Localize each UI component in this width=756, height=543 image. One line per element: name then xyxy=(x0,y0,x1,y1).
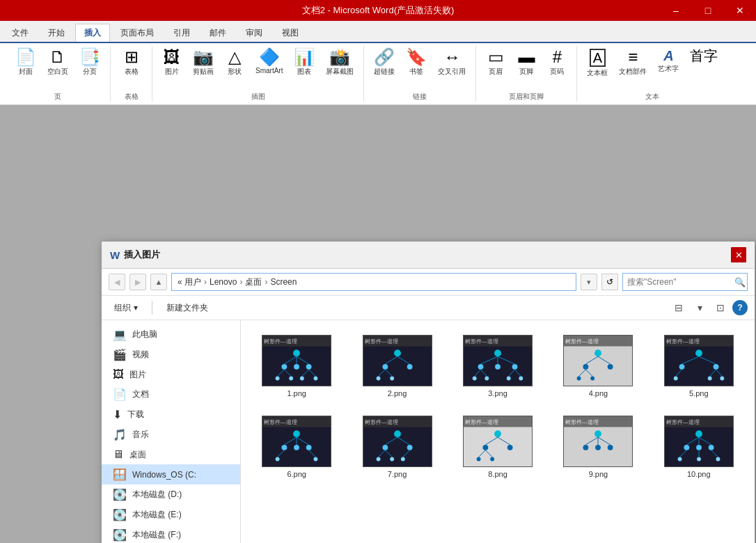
nav-documents-label: 文档 xyxy=(132,388,149,400)
svg-point-133 xyxy=(709,445,714,450)
details-pane-button[interactable]: ⊡ xyxy=(711,299,730,317)
view-extra-button[interactable]: ⊟ xyxy=(670,299,688,317)
nav-desktop-label: 桌面 xyxy=(129,449,146,461)
svg-point-16 xyxy=(300,377,304,381)
svg-point-58 xyxy=(577,377,581,381)
address-path[interactable]: « 用户 › Lenovo › 桌面 › Screen xyxy=(171,273,576,291)
svg-point-131 xyxy=(684,445,689,450)
file-item-5[interactable]: 树形件—道理 xyxy=(652,329,746,404)
file-item-6[interactable]: 树形件—道理 xyxy=(249,409,344,485)
tab-references[interactable]: 引用 xyxy=(164,24,199,42)
view-dropdown-button[interactable]: ▾ xyxy=(691,299,709,317)
nav-this-pc[interactable]: 💻 此电脑 xyxy=(102,324,240,345)
svg-point-24 xyxy=(382,364,388,370)
organize-button[interactable]: 组织 ▾ xyxy=(109,300,143,316)
footer-icon: ▬ xyxy=(518,49,535,65)
tab-review[interactable]: 审阅 xyxy=(237,24,271,42)
file-name-3: 3.png xyxy=(488,389,507,398)
up-button[interactable]: ▲ xyxy=(150,274,167,290)
bookmark-button[interactable]: 🔖 书签 xyxy=(402,46,431,79)
refresh-button[interactable]: ↺ xyxy=(601,274,618,290)
document-parts-button[interactable]: ≡ 文档部件 xyxy=(615,46,651,79)
nav-windows-os[interactable]: 🪟 Windows_OS (C: xyxy=(102,464,240,485)
forward-button[interactable]: ▶ xyxy=(129,274,146,290)
toolbar-separator xyxy=(152,301,152,315)
file-item-8[interactable]: 树形件—道理 xyxy=(450,409,545,485)
blank-page-button[interactable]: 🗋 空白页 xyxy=(43,46,72,79)
svg-text:树形件—道理: 树形件—道理 xyxy=(565,338,599,345)
screenshot-button[interactable]: 📸 屏幕截图 xyxy=(322,46,358,79)
svg-point-112 xyxy=(477,457,481,462)
tab-mailings[interactable]: 邮件 xyxy=(200,24,235,42)
file-item-1[interactable]: 树形件—道理 xyxy=(249,329,344,404)
back-button[interactable]: ◀ xyxy=(109,274,125,290)
page-number-button[interactable]: # 页码 xyxy=(543,46,571,79)
minimize-button[interactable]: – xyxy=(660,0,692,21)
tab-home[interactable]: 开始 xyxy=(39,24,74,42)
nav-music[interactable]: 🎵 音乐 xyxy=(102,425,240,445)
svg-text:树形件—道理: 树形件—道理 xyxy=(666,419,700,425)
nav-drive-d[interactable]: 💽 本地磁盘 (D:) xyxy=(102,485,240,505)
tab-file[interactable]: 文件 xyxy=(3,24,38,42)
ribbon-group-header-footer: ▭ 页眉 ▬ 页脚 # 页码 页眉和页脚 xyxy=(476,46,577,102)
page-break-button[interactable]: 📑 分页 xyxy=(75,46,104,79)
svg-point-91 xyxy=(394,430,401,437)
dialog-close-button[interactable]: ✕ xyxy=(731,247,746,262)
tab-page-layout[interactable]: 页面布局 xyxy=(111,24,163,42)
svg-point-95 xyxy=(407,445,412,450)
cross-reference-button[interactable]: ↔ 交叉引用 xyxy=(434,46,470,79)
svg-point-15 xyxy=(289,377,293,381)
shapes-button[interactable]: △ 形状 xyxy=(221,46,249,79)
tab-insert[interactable]: 插入 xyxy=(75,24,110,42)
maximize-button[interactable]: □ xyxy=(692,0,724,21)
nav-videos[interactable]: 🎬 视频 xyxy=(102,345,240,365)
search-input[interactable] xyxy=(627,277,732,287)
footer-button[interactable]: ▬ 页脚 xyxy=(512,46,540,79)
pictures-icon: 🖼 xyxy=(113,368,124,381)
file-item-10[interactable]: 树形件—道理 xyxy=(652,409,746,485)
close-button[interactable]: ✕ xyxy=(724,0,756,21)
dropdown-arrow[interactable]: ▾ xyxy=(581,274,597,290)
file-grid-panel: 树形件—道理 xyxy=(241,320,755,543)
svg-point-14 xyxy=(276,377,280,381)
file-item-9[interactable]: 树形件—道理 9.png xyxy=(551,409,645,485)
clip-art-button[interactable]: 📷 剪贴画 xyxy=(189,46,218,79)
dropcap-button[interactable]: 首字 xyxy=(686,46,722,65)
title-bar: 文档2 - Microsoft Word(产品激活失败) – □ ✕ xyxy=(0,0,756,21)
table-button[interactable]: ⊞ 表格 xyxy=(118,46,145,79)
hyperlink-button[interactable]: 🔗 超链接 xyxy=(370,46,399,79)
file-item-4[interactable]: 树形件—道理 xyxy=(551,329,645,404)
table-group-label: 表格 xyxy=(125,90,139,102)
nav-drive-f[interactable]: 💽 本地磁盘 (F:) xyxy=(102,525,240,543)
help-button[interactable]: ? xyxy=(732,300,748,315)
svg-point-99 xyxy=(376,457,380,462)
nav-desktop[interactable]: 🖥 桌面 xyxy=(102,445,240,464)
tab-view[interactable]: 视图 xyxy=(273,24,308,42)
document-parts-icon: ≡ xyxy=(628,49,638,65)
svg-point-71 xyxy=(674,377,678,381)
svg-point-3 xyxy=(293,349,300,356)
svg-point-123 xyxy=(608,445,613,450)
file-item-3[interactable]: 树形件—道理 xyxy=(450,329,545,404)
drive-d-icon: 💽 xyxy=(113,488,127,501)
chart-button[interactable]: 📊 图表 xyxy=(290,46,319,79)
cover-page-button[interactable]: 📄 封面 xyxy=(11,46,40,79)
nav-downloads[interactable]: ⬇ 下载 xyxy=(102,404,240,425)
file-item-2[interactable]: 树形件—道理 xyxy=(349,329,444,404)
nav-pictures[interactable]: 🖼 图片 xyxy=(102,365,240,384)
screenshot-icon: 📸 xyxy=(329,49,350,65)
picture-button[interactable]: 🖼 图片 xyxy=(158,46,186,79)
nav-documents[interactable]: 📄 文档 xyxy=(102,384,240,404)
svg-point-101 xyxy=(400,457,404,462)
nav-drive-e[interactable]: 💽 本地磁盘 (E:) xyxy=(102,505,240,525)
textbox-button[interactable]: A 文本框 xyxy=(583,46,612,81)
word-document-area: W 插入图片 ✕ ◀ ▶ ▲ « 用户 › Lenovo › 桌面 › Scre… xyxy=(0,105,756,467)
svg-point-83 xyxy=(306,445,312,450)
file-thumb-3: 树形件—道理 xyxy=(463,335,533,386)
file-item-7[interactable]: 树形件—道理 xyxy=(349,409,444,485)
header-button[interactable]: ▭ 页眉 xyxy=(482,46,510,79)
svg-text:树形件—道理: 树形件—道理 xyxy=(365,338,398,345)
smartart-button[interactable]: 🔷 SmartArt xyxy=(251,46,287,77)
new-folder-button[interactable]: 新建文件夹 xyxy=(161,300,214,316)
wordart-button[interactable]: A 艺术字 xyxy=(654,46,683,77)
